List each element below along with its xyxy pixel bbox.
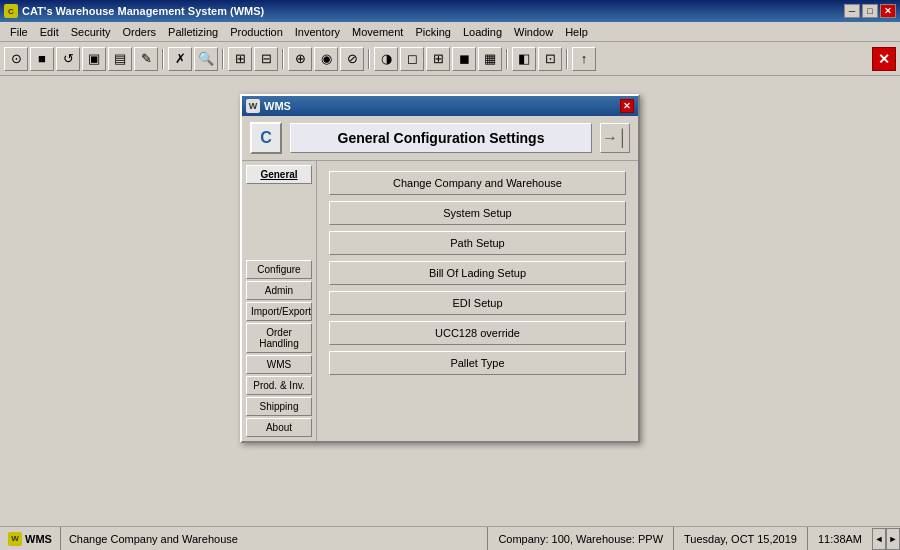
dialog-body: General Configure Admin Import/Export Or… <box>242 161 638 441</box>
status-nav-prev[interactable]: ◄ <box>872 528 886 550</box>
nav-order-handling[interactable]: Order Handling <box>246 323 312 353</box>
menu-file[interactable]: File <box>4 22 34 41</box>
btn-bill-of-lading-setup[interactable]: Bill Of Lading Setup <box>329 261 626 285</box>
toolbar-btn-7[interactable]: ✗ <box>168 47 192 71</box>
right-action-panel: Change Company and Warehouse System Setu… <box>317 161 638 441</box>
toolbar-btn-2[interactable]: ■ <box>30 47 54 71</box>
menu-bar: File Edit Security Orders Palletizing Pr… <box>0 22 900 42</box>
toolbar-btn-1[interactable]: ⊙ <box>4 47 28 71</box>
nav-prod-inv[interactable]: Prod. & Inv. <box>246 376 312 395</box>
toolbar-btn-13[interactable]: ⊘ <box>340 47 364 71</box>
status-bar: W WMS Change Company and Warehouse Compa… <box>0 526 900 550</box>
toolbar-btn-12[interactable]: ◉ <box>314 47 338 71</box>
toolbar-btn-4[interactable]: ▣ <box>82 47 106 71</box>
toolbar-btn-3[interactable]: ↺ <box>56 47 80 71</box>
nav-admin[interactable]: Admin <box>246 281 312 300</box>
app-title: CAT's Warehouse Management System (WMS) <box>22 5 264 17</box>
exit-icon: →│ <box>602 129 628 147</box>
status-time: 11:38AM <box>807 527 872 550</box>
toolbar-close-button[interactable]: ✕ <box>872 47 896 71</box>
btn-system-setup[interactable]: System Setup <box>329 201 626 225</box>
nav-general[interactable]: General <box>246 165 312 184</box>
status-nav-next[interactable]: ► <box>886 528 900 550</box>
btn-edi-setup[interactable]: EDI Setup <box>329 291 626 315</box>
title-bar: C CAT's Warehouse Management System (WMS… <box>0 0 900 22</box>
dialog-title-bar: W WMS ✕ <box>242 96 638 116</box>
toolbar-btn-11[interactable]: ⊕ <box>288 47 312 71</box>
dialog-exit-button[interactable]: →│ <box>600 123 630 153</box>
status-right: Company: 100, Warehouse: PPW Tuesday, OC… <box>487 527 900 550</box>
toolbar-btn-16[interactable]: ⊞ <box>426 47 450 71</box>
toolbar-sep-6 <box>566 49 568 69</box>
nav-import-export[interactable]: Import/Export <box>246 302 312 321</box>
status-wms-label: W WMS <box>0 527 61 550</box>
nav-shipping[interactable]: Shipping <box>246 397 312 416</box>
dialog-window: W WMS ✕ C General Configuration Settings… <box>240 94 640 443</box>
toolbar-sep-3 <box>282 49 284 69</box>
dialog-logo: C <box>250 122 282 154</box>
menu-edit[interactable]: Edit <box>34 22 65 41</box>
toolbar-btn-5[interactable]: ▤ <box>108 47 132 71</box>
dialog-title: WMS <box>264 100 291 112</box>
main-content: W WMS ✕ C General Configuration Settings… <box>0 76 900 526</box>
dialog-icon: W <box>246 99 260 113</box>
menu-loading[interactable]: Loading <box>457 22 508 41</box>
btn-change-company-warehouse[interactable]: Change Company and Warehouse <box>329 171 626 195</box>
nav-configure[interactable]: Configure <box>246 260 312 279</box>
menu-inventory[interactable]: Inventory <box>289 22 346 41</box>
menu-window[interactable]: Window <box>508 22 559 41</box>
btn-ucc128-override[interactable]: UCC128 override <box>329 321 626 345</box>
toolbar-sep-1 <box>162 49 164 69</box>
menu-orders[interactable]: Orders <box>116 22 162 41</box>
nav-about[interactable]: About <box>246 418 312 437</box>
toolbar-btn-8[interactable]: 🔍 <box>194 47 218 71</box>
menu-production[interactable]: Production <box>224 22 289 41</box>
toolbar: ⊙ ■ ↺ ▣ ▤ ✎ ✗ 🔍 ⊞ ⊟ ⊕ ◉ ⊘ ◑ ◻ ⊞ ◼ ▦ ◧ ⊡ … <box>0 42 900 76</box>
toolbar-btn-6[interactable]: ✎ <box>134 47 158 71</box>
status-company-info: Company: 100, Warehouse: PPW <box>487 527 673 550</box>
toolbar-btn-15[interactable]: ◻ <box>400 47 424 71</box>
toolbar-btn-18[interactable]: ▦ <box>478 47 502 71</box>
menu-security[interactable]: Security <box>65 22 117 41</box>
dialog-header-title: General Configuration Settings <box>290 123 592 153</box>
dialog-header: C General Configuration Settings →│ <box>242 116 638 161</box>
btn-path-setup[interactable]: Path Setup <box>329 231 626 255</box>
toolbar-btn-21[interactable]: ↑ <box>572 47 596 71</box>
toolbar-btn-17[interactable]: ◼ <box>452 47 476 71</box>
menu-help[interactable]: Help <box>559 22 594 41</box>
btn-pallet-type[interactable]: Pallet Type <box>329 351 626 375</box>
app-icon: C <box>4 4 18 18</box>
toolbar-btn-14[interactable]: ◑ <box>374 47 398 71</box>
toolbar-btn-20[interactable]: ⊡ <box>538 47 562 71</box>
left-nav-panel: General Configure Admin Import/Export Or… <box>242 161 317 441</box>
status-wms-icon: W <box>8 532 22 546</box>
toolbar-sep-4 <box>368 49 370 69</box>
toolbar-btn-10[interactable]: ⊟ <box>254 47 278 71</box>
close-button[interactable]: ✕ <box>880 4 896 18</box>
status-message: Change Company and Warehouse <box>61 533 487 545</box>
toolbar-sep-2 <box>222 49 224 69</box>
nav-wms[interactable]: WMS <box>246 355 312 374</box>
menu-picking[interactable]: Picking <box>409 22 456 41</box>
dialog-close-button[interactable]: ✕ <box>620 99 634 113</box>
toolbar-sep-5 <box>506 49 508 69</box>
menu-palletizing[interactable]: Palletizing <box>162 22 224 41</box>
maximize-button[interactable]: □ <box>862 4 878 18</box>
menu-movement[interactable]: Movement <box>346 22 409 41</box>
minimize-button[interactable]: ─ <box>844 4 860 18</box>
status-datetime: Tuesday, OCT 15,2019 <box>673 527 807 550</box>
status-nav: ◄ ► <box>872 527 900 550</box>
toolbar-btn-9[interactable]: ⊞ <box>228 47 252 71</box>
toolbar-btn-19[interactable]: ◧ <box>512 47 536 71</box>
